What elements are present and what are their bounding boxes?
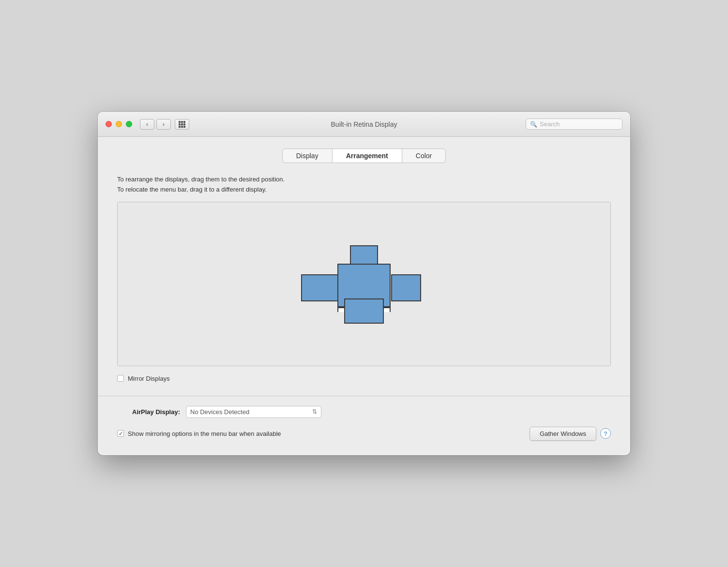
maximize-button[interactable]	[126, 121, 132, 127]
airplay-value: No Devices Detected	[190, 408, 249, 416]
mirror-displays-row: Mirror Displays	[117, 375, 611, 382]
display-arrangement-area[interactable]	[117, 202, 611, 366]
content-area: Display Arrangement Color To rearrange t…	[98, 137, 630, 455]
display-diagram	[301, 245, 427, 323]
tab-arrangement[interactable]: Arrangement	[333, 149, 402, 163]
back-button[interactable]: ‹	[140, 119, 154, 130]
airplay-chevron-icon: ⇅	[312, 408, 317, 415]
tab-color[interactable]: Color	[402, 149, 445, 163]
system-preferences-window: ‹ › Built-in Retina Display 🔍 Search Dis…	[98, 112, 630, 455]
instruction-line-2: To relocate the menu bar, drag it to a d…	[117, 185, 611, 195]
airplay-select[interactable]: No Devices Detected ⇅	[186, 406, 321, 418]
mirror-displays-label: Mirror Displays	[128, 375, 170, 382]
tab-bar: Display Arrangement Color	[117, 149, 611, 163]
display-right[interactable]	[391, 274, 421, 301]
traffic-lights	[106, 121, 132, 127]
forward-button[interactable]: ›	[156, 119, 171, 130]
search-placeholder: Search	[540, 120, 560, 128]
grid-icon	[179, 121, 185, 128]
gather-windows-button[interactable]: Gather Windows	[530, 427, 596, 441]
airplay-row: AirPlay Display: No Devices Detected ⇅	[117, 406, 611, 418]
display-bottom[interactable]	[344, 298, 384, 324]
instructions: To rearrange the displays, drag them to …	[117, 175, 611, 195]
search-icon: 🔍	[530, 121, 537, 128]
grid-button[interactable]	[175, 119, 189, 130]
search-box[interactable]: 🔍 Search	[526, 119, 622, 130]
help-button[interactable]: ?	[600, 428, 611, 439]
display-left[interactable]	[301, 274, 341, 301]
airplay-label: AirPlay Display:	[117, 408, 180, 416]
minimize-button[interactable]	[116, 121, 122, 127]
divider	[98, 396, 630, 396]
bottom-row: ✓ Show mirroring options in the menu bar…	[117, 427, 611, 441]
instruction-line-1: To rearrange the displays, drag them to …	[117, 175, 611, 185]
window-title: Built-in Retina Display	[331, 120, 397, 128]
right-buttons: Gather Windows ?	[530, 427, 611, 441]
titlebar: ‹ › Built-in Retina Display 🔍 Search	[98, 112, 630, 137]
close-button[interactable]	[106, 121, 112, 127]
nav-buttons: ‹ ›	[140, 119, 189, 130]
show-mirroring-checkbox[interactable]: ✓	[117, 430, 124, 437]
mirror-displays-checkbox[interactable]	[117, 375, 124, 382]
tab-display[interactable]: Display	[283, 149, 333, 163]
tab-group: Display Arrangement Color	[282, 149, 446, 163]
show-mirroring-label: Show mirroring options in the menu bar w…	[128, 430, 281, 437]
show-mirroring-row: ✓ Show mirroring options in the menu bar…	[117, 430, 281, 437]
